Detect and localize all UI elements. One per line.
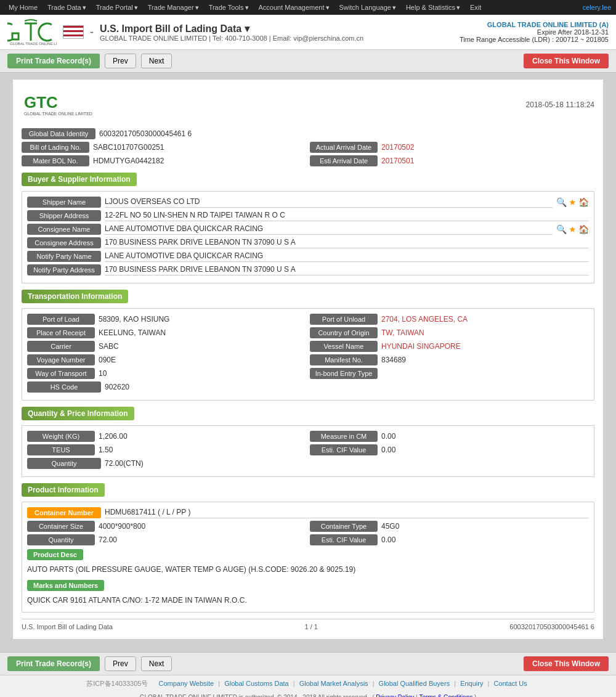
port-load-value: 58309, KAO HSIUNG — [99, 315, 306, 324]
transport-section: Transportation Information Port of Load … — [22, 290, 594, 401]
prev-button-bottom[interactable]: Prev — [105, 656, 136, 671]
user-info: celery.lee — [583, 4, 611, 11]
shipper-address-row: Shipper Address 12-2FL NO 50 LIN-SHEN N … — [27, 210, 589, 221]
global-data-identity-value: 600320170503000045461 6 — [99, 129, 594, 138]
prod-cif-label: Esti. CIF Value — [310, 534, 378, 545]
port-row: Port of Load 58309, KAO HSIUNG Port of U… — [27, 314, 589, 325]
consignee-home-icon[interactable]: 🏠 — [578, 224, 589, 234]
prod-quantity-half: Quantity 72.00 — [27, 534, 306, 545]
gtc-logo-svg: GLOBAL TRADE ONLINE LIMITED — [7, 18, 57, 46]
bol-value: SABC101707G00251 — [93, 143, 306, 152]
bol-right: Actual Arrival Date 20170502 — [310, 142, 594, 153]
nav-trade-manager[interactable]: Trade Manager ▾ — [144, 4, 203, 12]
footer-link-enquiry[interactable]: Enquiry — [460, 680, 483, 687]
teus-cif-row: TEUS 1.50 Esti. CIF Value 0.00 — [27, 444, 589, 455]
nav-my-home[interactable]: My Home — [5, 4, 41, 11]
container-size-type-row: Container Size 4000*900*800 Container Ty… — [27, 521, 589, 532]
cif-value: 0.00 — [381, 446, 589, 454]
transport-title: Transportation Information — [22, 290, 128, 303]
nav-help-statistics[interactable]: Help & Statistics ▾ — [402, 4, 464, 12]
print-button-top[interactable]: Print Trade Record(s) — [7, 54, 100, 68]
home-icon[interactable]: 🏠 — [578, 197, 589, 207]
container-size-half: Container Size 4000*900*800 — [27, 521, 306, 532]
quantity-value: 72.00(CTN) — [105, 459, 589, 468]
carrier-label: Carrier — [27, 341, 95, 352]
mater-bol-row: Mater BOL No. HDMUTYGA0442182 Esti Arriv… — [22, 155, 594, 166]
port-load-half: Port of Load 58309, KAO HSIUNG — [27, 314, 306, 325]
next-button-bottom[interactable]: Next — [141, 656, 172, 671]
nav-trade-data[interactable]: Trade Data ▾ — [44, 4, 90, 12]
hs-code-row: HS Code 902620 — [27, 381, 589, 393]
notify-party-address-label: Notify Party Address — [27, 264, 101, 275]
svg-text:GLOBAL TRADE ONLINE LIMITED: GLOBAL TRADE ONLINE LIMITED — [10, 42, 57, 46]
product-desc-value: AUTO PARTS (OIL PRESSURE GAUGE, WATER TE… — [27, 563, 589, 576]
port-unload-value: 2704, LOS ANGELES, CA — [381, 315, 589, 324]
footer-link-customs[interactable]: Global Customs Data — [224, 680, 289, 687]
footer-link-company-website[interactable]: Company Website — [159, 680, 214, 687]
carrier-value: SABC — [99, 342, 306, 351]
inbond-half: In-bond Entry Type — [310, 368, 589, 379]
account-info: GLOBAL TRADE ONLINE LIMITED (A) Expire A… — [460, 21, 609, 43]
prev-button-top[interactable]: Prev — [105, 54, 136, 68]
close-button-top[interactable]: Close This Window — [524, 54, 609, 68]
doc-footer-id: 600320170503000045461 6 — [509, 623, 594, 630]
bol-label: Bill of Lading No. — [22, 142, 89, 153]
quantity-row: Quantity 72.00(CTN) — [27, 458, 589, 469]
hs-code-value: 902620 — [105, 383, 589, 391]
nav-account-management[interactable]: Account Management ▾ — [255, 4, 333, 12]
prod-quantity-value: 72.00 — [99, 536, 306, 544]
print-button-bottom[interactable]: Print Trade Record(s) — [7, 656, 100, 671]
search-icon[interactable]: 🔍 — [556, 197, 567, 207]
product-title: Product Information — [22, 483, 105, 497]
quantity-price-section: Quantity & Price Information Weight (KG)… — [22, 407, 594, 477]
manifest-half: Manifest No. 834689 — [310, 354, 589, 365]
shipper-address-label: Shipper Address — [27, 210, 101, 221]
top-toolbar: Print Trade Record(s) Prev Next Close Th… — [0, 50, 616, 73]
marks-section: Marks and Numbers QUICK CAR 9161 ATLANTA… — [27, 580, 589, 607]
close-button-bottom[interactable]: Close This Window — [524, 656, 609, 671]
marks-value: QUICK CAR 9161 ATLANTA C/NO: 1-72 MADE I… — [27, 593, 589, 607]
mater-bol-label: Mater BOL No. — [22, 155, 89, 166]
us-flag — [63, 25, 84, 39]
esti-arrival-label: Esti Arrival Date — [310, 155, 378, 166]
measure-label: Measure in CM — [310, 431, 378, 442]
footer-link-contact[interactable]: Contact Us — [493, 680, 527, 687]
global-data-identity-row: Global Data Identity 6003201705030000454… — [22, 128, 594, 139]
notify-party-name-row: Notify Party Name LANE AUTOMOTIVE DBA QU… — [27, 251, 589, 262]
consignee-name-row: Consignee Name LANE AUTOMOTIVE DBA QUICK… — [27, 224, 589, 235]
next-button-top[interactable]: Next — [141, 54, 172, 68]
consignee-search-icon[interactable]: 🔍 — [556, 224, 567, 234]
teus-label: TEUS — [27, 444, 95, 455]
port-unload-half: Port of Unload 2704, LOS ANGELES, CA — [310, 314, 589, 325]
buyer-supplier-section: Buyer & Supplier Information Shipper Nam… — [22, 173, 594, 283]
nav-exit[interactable]: Exit — [466, 4, 485, 11]
doc-footer-left: U.S. Import Bill of Lading Data — [22, 623, 113, 630]
doc-logo-svg: GTC GLOBAL TRADE ONLINE LIMITED — [22, 88, 102, 119]
consignee-address-row: Consignee Address 170 BUSINESS PARK DRIV… — [27, 237, 589, 248]
footer-terms-link[interactable]: Terms & Conditions — [419, 694, 473, 697]
consignee-address-label: Consignee Address — [27, 237, 101, 248]
nav-trade-tools[interactable]: Trade Tools ▾ — [205, 4, 253, 12]
footer-link-market[interactable]: Global Market Analysis — [299, 680, 368, 687]
svg-text:GTC: GTC — [24, 93, 58, 112]
consignee-icons: 🔍 ★ 🏠 — [556, 224, 589, 234]
sep4: | — [454, 680, 458, 687]
star-icon[interactable]: ★ — [569, 197, 577, 207]
sep3: | — [373, 680, 376, 687]
esti-arrival-value: 20170501 — [381, 157, 594, 165]
footer-privacy-link[interactable]: Privacy Policy — [376, 694, 414, 697]
bol-row: Bill of Lading No. SABC101707G00251 Actu… — [22, 142, 594, 153]
container-number-row: Container Number HDMU6817411 ( / L / PP … — [27, 507, 589, 518]
top-navigation: My Home Trade Data ▾ Trade Portal ▾ Trad… — [0, 0, 616, 15]
bol-left: Bill of Lading No. SABC101707G00251 — [22, 142, 306, 153]
notify-party-name-value: LANE AUTOMOTIVE DBA QUICKCAR RACING — [105, 251, 589, 262]
footer-link-qualified[interactable]: Global Qualified Buyers — [379, 680, 450, 687]
nav-switch-language[interactable]: Switch Language ▾ — [336, 4, 400, 12]
quantity-price-title: Quantity & Price Information — [22, 407, 134, 420]
weight-measure-row: Weight (KG) 1,206.00 Measure in CM 0.00 — [27, 431, 589, 442]
way-transport-value: 10 — [99, 369, 306, 378]
consignee-star-icon[interactable]: ★ — [569, 224, 577, 234]
container-number-label: Container Number — [27, 507, 101, 518]
nav-trade-portal[interactable]: Trade Portal ▾ — [92, 4, 142, 12]
ldr-range: Time Range Accessible (LDR) : 200712 ~ 2… — [460, 36, 609, 43]
